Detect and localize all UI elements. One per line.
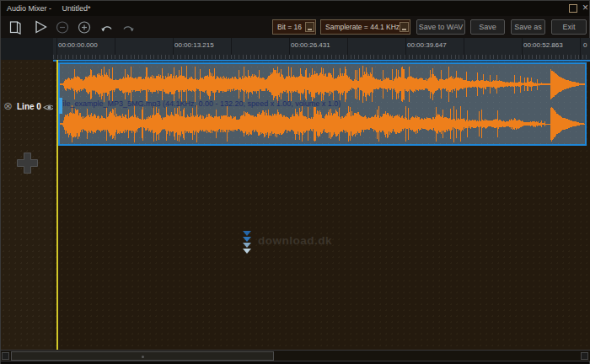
add-track-button[interactable] — [16, 152, 39, 174]
scrollbar-thumb[interactable] — [11, 351, 274, 361]
bit-dropdown-value: Bit = 16 — [277, 23, 302, 31]
samplerate-dropdown-arrow-icon[interactable] — [400, 22, 409, 32]
ruler-time-label: 00:00:52.863 — [523, 41, 563, 49]
track-name: Line 0 — [17, 102, 41, 111]
zoom-in-icon[interactable] — [78, 20, 91, 35]
clip-info-label: file_example_MP3_5MG.mp3 (44.1KHz, 0.00 … — [61, 99, 341, 108]
play-icon[interactable] — [35, 20, 48, 35]
new-project-icon[interactable] — [9, 20, 23, 35]
horizontal-scrollbar[interactable] — [1, 350, 590, 361]
undo-icon[interactable] — [100, 23, 114, 34]
save-button[interactable]: Save — [470, 19, 505, 35]
clip-start-handle[interactable] — [59, 98, 62, 114]
playhead[interactable] — [56, 60, 58, 350]
ruler-ticks — [53, 55, 590, 59]
watermark-arrow-icon — [243, 243, 251, 248]
ruler-time-label: 0 — [583, 41, 587, 49]
ruler-time-label: 00:00:13.215 — [174, 41, 214, 49]
watermark-arrow-icon — [243, 231, 251, 236]
bit-dropdown[interactable]: Bit = 16 — [272, 19, 316, 35]
save-as-button[interactable]: Save as — [511, 19, 545, 35]
samplerate-dropdown-value: Samplerate = 44.1 KHz — [325, 23, 400, 31]
main-area: ⊗ Line 0 file_example_MP3_5MG.mp3 (44.1K… — [1, 60, 590, 350]
audio-clip[interactable]: file_example_MP3_5MG.mp3 (44.1KHz, 0.00 … — [58, 62, 587, 146]
close-button[interactable]: × — [582, 2, 588, 13]
scrollbar-grip — [142, 356, 144, 358]
window-title: Audio Mixer - Untitled* — [7, 4, 91, 13]
bit-dropdown-arrow-icon[interactable] — [305, 22, 314, 32]
samplerate-dropdown[interactable]: Samplerate = 44.1 KHz — [320, 19, 410, 35]
timeline-ruler[interactable]: 00:00:00.00000:00:13.21500:00:26.43100:0… — [1, 38, 590, 60]
watermark-arrow-icon — [243, 237, 251, 242]
save-to-wav-button[interactable]: Save to WAV — [416, 19, 465, 35]
ruler-time-label: 00:00:26.431 — [291, 41, 330, 49]
watermark-text: download.dk — [258, 234, 332, 247]
title-bar[interactable]: Audio Mixer - Untitled* × — [1, 1, 589, 16]
watermark-arrow-icon — [243, 249, 251, 254]
ruler-time-label: 00:00:00.000 — [58, 41, 98, 49]
exit-button[interactable]: Exit — [551, 19, 587, 35]
scrollbar-right-button[interactable] — [581, 352, 588, 360]
redo-icon[interactable] — [121, 23, 135, 34]
timeline-canvas[interactable]: file_example_MP3_5MG.mp3 (44.1KHz, 0.00 … — [53, 60, 590, 350]
zoom-out-icon[interactable] — [56, 20, 69, 35]
viewport-top-border — [53, 60, 590, 62]
maximize-button[interactable] — [569, 4, 577, 13]
audio-mixer-window: Audio Mixer - Untitled* × Bi — [0, 0, 590, 364]
track-header[interactable]: ⊗ Line 0 — [1, 62, 53, 146]
track-sidebar: ⊗ Line 0 — [1, 60, 53, 350]
remove-track-icon[interactable]: ⊗ — [3, 99, 13, 112]
toolbar: Bit = 16 Samplerate = 44.1 KHz Save to W… — [1, 16, 589, 38]
scrollbar-left-button[interactable] — [2, 352, 9, 360]
ruler-corner — [1, 38, 53, 60]
ruler-time-label: 00:00:39.647 — [407, 41, 447, 49]
